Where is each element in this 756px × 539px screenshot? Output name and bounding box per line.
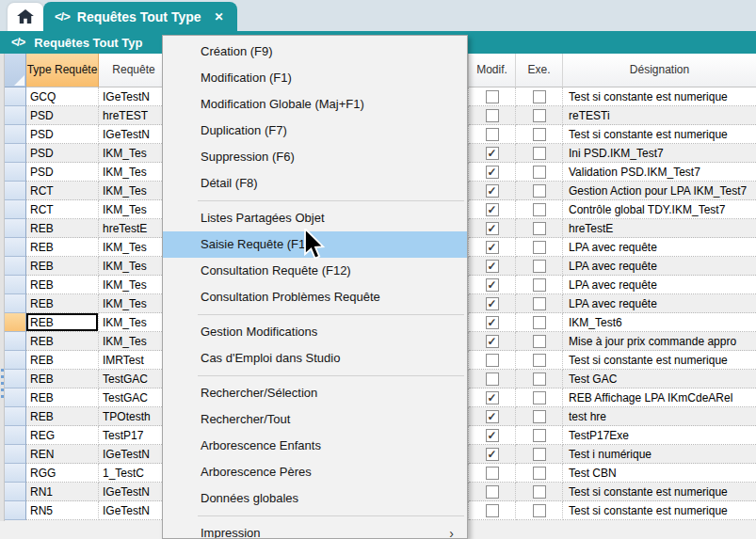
cell-requete[interactable]: IGeTestN: [99, 501, 169, 520]
cell-modif[interactable]: ✓: [469, 407, 516, 426]
cell-requete[interactable]: IMRTest: [99, 351, 169, 370]
checkbox-modif[interactable]: [486, 109, 499, 122]
cell-modif[interactable]: ✓: [469, 200, 516, 219]
checkbox-modif[interactable]: [486, 504, 499, 517]
cell-designation[interactable]: LPA avec requête: [563, 257, 756, 276]
cell-exe[interactable]: [516, 106, 563, 125]
row-header[interactable]: [5, 294, 26, 313]
checkbox-exe[interactable]: [533, 241, 546, 254]
cell-modif[interactable]: [469, 87, 516, 106]
row-header[interactable]: [5, 445, 26, 464]
checkbox-exe[interactable]: [533, 391, 546, 404]
checkbox-exe[interactable]: [533, 467, 546, 480]
menu-item-listes-partagees-objet[interactable]: Listes Partagées Objet: [163, 205, 467, 231]
checkbox-modif[interactable]: ✓: [486, 260, 499, 273]
cell-requete[interactable]: hreTestE: [99, 219, 169, 238]
cell-requete[interactable]: TPOtesth: [99, 407, 169, 426]
cell-modif[interactable]: ✓: [469, 219, 516, 238]
row-header[interactable]: [5, 125, 26, 144]
row-header[interactable]: [5, 501, 26, 520]
menu-item-creation-f9[interactable]: Création (F9): [163, 39, 467, 65]
checkbox-exe[interactable]: [533, 166, 546, 179]
cell-modif[interactable]: [469, 370, 516, 388]
cell-modif[interactable]: [469, 464, 516, 483]
row-header[interactable]: [5, 144, 26, 163]
cell-designation[interactable]: Validation PSD.IKM_Test7: [563, 163, 756, 182]
cell-exe[interactable]: [516, 238, 563, 257]
checkbox-exe[interactable]: [533, 335, 546, 348]
checkbox-modif[interactable]: [486, 467, 499, 480]
cell-requete[interactable]: IKM_Tes: [99, 163, 169, 182]
cell-exe[interactable]: [516, 313, 563, 332]
row-header[interactable]: [5, 219, 26, 238]
menu-item-detail-f8[interactable]: Détail (F8): [163, 170, 467, 197]
checkbox-exe[interactable]: [533, 297, 546, 310]
cell-type-requete[interactable]: REB: [26, 407, 99, 426]
cell-requete[interactable]: IKM_Tes: [99, 332, 169, 351]
cell-type-requete[interactable]: RGG: [26, 464, 99, 483]
cell-requete[interactable]: IKM_Tes: [99, 276, 169, 294]
cell-exe[interactable]: [516, 144, 563, 163]
cell-designation[interactable]: test hre: [563, 407, 756, 426]
checkbox-modif[interactable]: ✓: [486, 241, 499, 254]
cell-requete[interactable]: IKM_Tes: [99, 144, 169, 163]
menu-item-rechercher-tout[interactable]: Rechercher/Tout: [163, 406, 467, 433]
checkbox-modif[interactable]: ✓: [486, 335, 499, 348]
cell-type-requete[interactable]: REB: [26, 219, 99, 238]
tab-close-icon[interactable]: ✕: [215, 10, 224, 24]
cell-type-requete[interactable]: RN5: [26, 501, 99, 520]
cell-requete[interactable]: IKM_Tes: [99, 294, 169, 313]
cell-type-requete[interactable]: PSD: [26, 163, 99, 182]
cell-modif[interactable]: [469, 483, 516, 501]
cell-exe[interactable]: [516, 87, 563, 106]
select-all-corner[interactable]: [5, 54, 26, 87]
cell-type-requete[interactable]: REN: [26, 445, 99, 464]
row-header[interactable]: [5, 257, 26, 276]
checkbox-exe[interactable]: [533, 316, 546, 329]
cell-type-requete[interactable]: REB: [26, 313, 99, 332]
cell-exe[interactable]: [516, 351, 563, 370]
cell-type-requete[interactable]: REG: [26, 426, 99, 445]
cell-requete[interactable]: IGeTestN: [99, 87, 169, 106]
cell-requete[interactable]: 1_TestC: [99, 464, 169, 483]
menu-item-consultation-problemes-requete[interactable]: Consultation Problèmes Requête: [163, 284, 467, 310]
row-header[interactable]: [5, 351, 26, 370]
checkbox-exe[interactable]: [533, 448, 546, 461]
cell-requete[interactable]: IKM_Tes: [99, 257, 169, 276]
cell-requete[interactable]: IKM_Tes: [99, 313, 169, 332]
checkbox-exe[interactable]: [533, 260, 546, 273]
menu-item-modification-f1[interactable]: Modification (F1): [163, 65, 467, 91]
cell-designation[interactable]: LPA avec requête: [563, 294, 756, 313]
column-header-type-requete[interactable]: Type Requête: [26, 54, 99, 87]
checkbox-modif[interactable]: ✓: [486, 166, 499, 179]
row-header[interactable]: [5, 163, 26, 182]
cell-requete[interactable]: TestP17: [99, 426, 169, 445]
checkbox-modif[interactable]: ✓: [486, 448, 499, 461]
row-header[interactable]: [5, 426, 26, 445]
cell-type-requete[interactable]: RN1: [26, 483, 99, 501]
cell-designation[interactable]: REB Affichage LPA IKmCdeARel: [563, 388, 756, 407]
row-header[interactable]: [5, 87, 26, 106]
row-header[interactable]: [5, 238, 26, 257]
cell-designation[interactable]: LPA avec requête: [563, 276, 756, 294]
cell-designation[interactable]: Test si constante est numerique: [563, 501, 756, 520]
checkbox-exe[interactable]: [533, 278, 546, 292]
checkbox-exe[interactable]: [533, 222, 546, 235]
cell-requete[interactable]: IGeTestN: [99, 125, 169, 144]
cell-exe[interactable]: [516, 219, 563, 238]
checkbox-modif[interactable]: ✓: [486, 429, 499, 442]
cell-type-requete[interactable]: REB: [26, 257, 99, 276]
cell-modif[interactable]: [469, 501, 516, 520]
cell-designation[interactable]: Test si constante est numerique: [563, 351, 756, 370]
cell-modif[interactable]: ✓: [469, 294, 516, 313]
cell-exe[interactable]: [516, 501, 563, 520]
row-header[interactable]: [5, 182, 26, 200]
cell-exe[interactable]: [516, 257, 563, 276]
cell-designation[interactable]: Mise à jour prix commande appro: [563, 332, 756, 351]
cell-modif[interactable]: ✓: [469, 445, 516, 464]
cell-designation[interactable]: Test i numérique: [563, 445, 756, 464]
checkbox-exe[interactable]: [533, 90, 546, 103]
checkbox-exe[interactable]: [533, 354, 546, 367]
cell-type-requete[interactable]: RCT: [26, 200, 99, 219]
checkbox-modif[interactable]: [486, 354, 499, 367]
